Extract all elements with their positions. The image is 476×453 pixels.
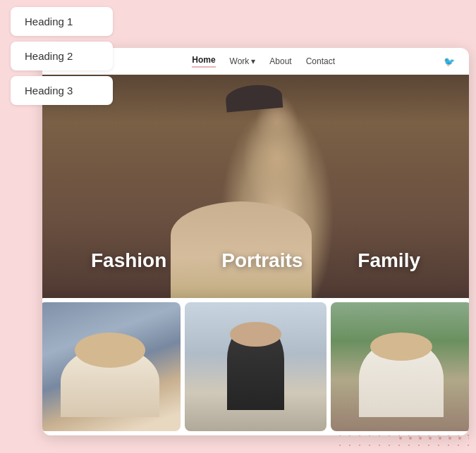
chevron-down-icon: ▾ bbox=[251, 56, 255, 66]
website-preview: LOGO Home Work ▾ About Contact 🐦 Fashion… bbox=[42, 48, 469, 435]
nav-link-work-label: Work bbox=[230, 56, 250, 66]
photo-thumb-2[interactable] bbox=[185, 302, 326, 431]
heading-item-2[interactable]: Heading 2 bbox=[11, 42, 113, 70]
hero-category-family[interactable]: Family bbox=[358, 249, 420, 272]
photo-thumb-3[interactable] bbox=[331, 302, 469, 431]
heading-item-3[interactable]: Heading 3 bbox=[11, 76, 113, 105]
hero-section: Fashion Portraits Family bbox=[42, 75, 469, 314]
heading-item-1[interactable]: Heading 1 bbox=[11, 7, 113, 36]
nav-link-home[interactable]: Home bbox=[192, 55, 215, 68]
photo-thumb-1[interactable] bbox=[42, 302, 181, 431]
hero-category-portraits[interactable]: Portraits bbox=[221, 249, 303, 272]
nav-link-contact[interactable]: Contact bbox=[306, 56, 335, 66]
heading-list: Heading 1 Heading 2 Heading 3 bbox=[11, 7, 113, 105]
hero-photo bbox=[42, 75, 469, 314]
photo-grid bbox=[42, 298, 469, 435]
nav-link-about[interactable]: About bbox=[269, 56, 291, 66]
hero-category-fashion[interactable]: Fashion bbox=[91, 249, 166, 272]
nav-link-work[interactable]: Work ▾ bbox=[230, 56, 256, 66]
twitter-icon[interactable]: 🐦 bbox=[444, 56, 455, 67]
hero-text-overlay: Fashion Portraits Family bbox=[42, 249, 469, 272]
